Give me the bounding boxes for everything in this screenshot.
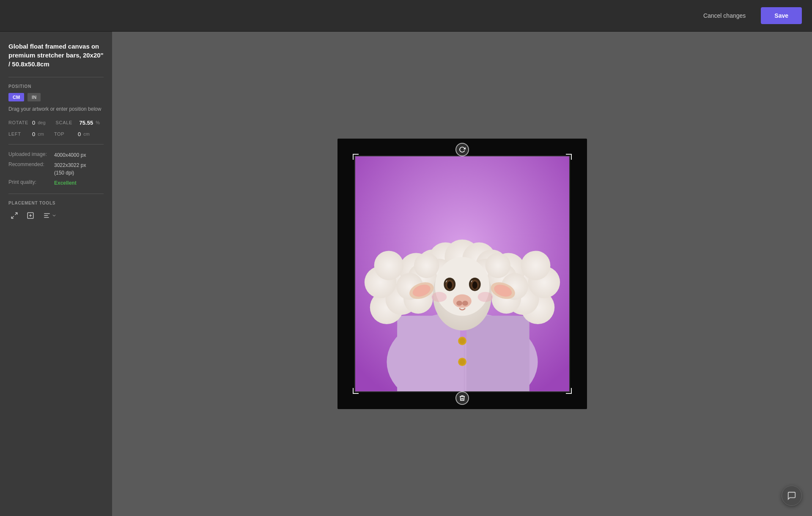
center-icon[interactable] bbox=[25, 210, 36, 221]
canvas-image[interactable] bbox=[354, 156, 570, 392]
product-title: Global float framed canvas on premium st… bbox=[8, 42, 104, 68]
svg-rect-28 bbox=[466, 316, 529, 391]
unit-in-button[interactable]: IN bbox=[27, 93, 41, 101]
save-button[interactable]: Save bbox=[761, 7, 802, 24]
divider-2 bbox=[8, 144, 104, 145]
top-value: 0 bbox=[78, 131, 81, 137]
svg-point-62 bbox=[414, 253, 439, 278]
rotate-scale-row: ROTATE 0 deg SCALE 75.55 % bbox=[8, 120, 104, 126]
align-button[interactable] bbox=[41, 210, 59, 221]
main-layout: Global float framed canvas on premium st… bbox=[0, 32, 812, 516]
header: Cancel changes Save bbox=[0, 0, 812, 32]
recommended-row: Recommended: 3022x3022 px (150 dpi) bbox=[8, 161, 104, 177]
svg-point-77 bbox=[472, 281, 477, 289]
corner-handle-tl[interactable] bbox=[353, 154, 359, 160]
tools-row bbox=[8, 210, 104, 221]
unit-cm-button[interactable]: CM bbox=[8, 93, 24, 101]
corner-handle-bl[interactable] bbox=[353, 388, 359, 394]
recommended-val: 3022x3022 px (150 dpi) bbox=[54, 161, 86, 177]
placement-tools: PLACEMENT TOOLS bbox=[8, 201, 104, 221]
left-label: LEFT bbox=[8, 131, 30, 137]
svg-point-78 bbox=[453, 295, 472, 308]
svg-point-63 bbox=[485, 253, 510, 278]
corner-handle-tr[interactable] bbox=[566, 154, 572, 160]
svg-line-0 bbox=[15, 213, 17, 215]
divider-1 bbox=[8, 77, 104, 77]
svg-point-80 bbox=[462, 300, 468, 306]
top-unit: cm bbox=[83, 131, 90, 137]
chat-button[interactable] bbox=[782, 486, 802, 506]
canvas-area[interactable] bbox=[112, 32, 812, 516]
recommended-key: Recommended: bbox=[8, 161, 51, 167]
rotate-value: 0 bbox=[32, 120, 35, 126]
position-label: POSITION bbox=[8, 84, 104, 89]
rotate-unit: deg bbox=[38, 120, 45, 125]
scale-value: 75.55 bbox=[80, 120, 93, 126]
svg-point-49 bbox=[521, 251, 550, 280]
print-quality-row: Print quality: Excellent bbox=[8, 179, 104, 187]
sidebar: Global float framed canvas on premium st… bbox=[0, 32, 112, 516]
svg-point-32 bbox=[459, 359, 465, 365]
expand-icon[interactable] bbox=[8, 210, 20, 221]
placement-tools-label: PLACEMENT TOOLS bbox=[8, 201, 104, 205]
svg-point-76 bbox=[447, 281, 452, 289]
uploaded-image-row: Uploaded image: 4000x4000 px bbox=[8, 151, 104, 159]
scale-label: SCALE bbox=[56, 120, 77, 125]
svg-point-82 bbox=[477, 292, 493, 302]
print-quality-val: Excellent bbox=[54, 179, 77, 187]
svg-point-79 bbox=[456, 300, 462, 306]
svg-point-81 bbox=[431, 292, 447, 302]
position-inputs-row: LEFT 0 cm TOP 0 cm bbox=[8, 131, 104, 137]
svg-point-40 bbox=[374, 251, 403, 280]
scale-unit: % bbox=[96, 120, 100, 125]
uploaded-image-key: Uploaded image: bbox=[8, 151, 51, 157]
sheep-illustration bbox=[355, 156, 569, 391]
delete-handle[interactable] bbox=[455, 391, 469, 405]
uploaded-image-val: 4000x4000 px bbox=[54, 151, 86, 159]
rotate-label: ROTATE bbox=[8, 120, 30, 125]
top-label: TOP bbox=[54, 131, 75, 137]
rotate-handle[interactable] bbox=[455, 143, 469, 156]
position-hint: Drag your artwork or enter position belo… bbox=[8, 106, 104, 113]
divider-3 bbox=[8, 194, 104, 194]
cancel-button[interactable]: Cancel changes bbox=[695, 8, 754, 23]
print-quality-key: Print quality: bbox=[8, 179, 51, 185]
svg-point-30 bbox=[459, 338, 465, 344]
frame-outer[interactable] bbox=[337, 139, 587, 409]
left-value: 0 bbox=[32, 131, 35, 137]
unit-toggle: CM IN bbox=[8, 93, 104, 101]
corner-handle-br[interactable] bbox=[566, 388, 572, 394]
svg-line-1 bbox=[11, 216, 14, 218]
left-unit: cm bbox=[38, 131, 44, 137]
image-info: Uploaded image: 4000x4000 px Recommended… bbox=[8, 151, 104, 187]
